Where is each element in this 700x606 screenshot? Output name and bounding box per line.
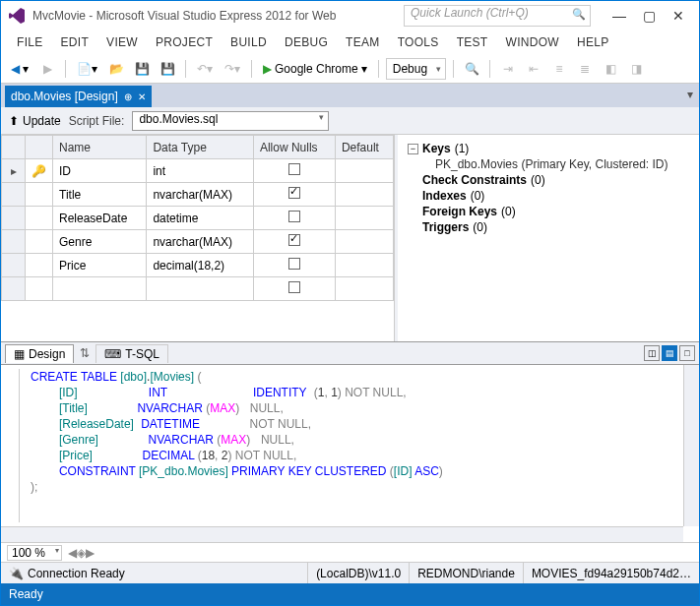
document-tab[interactable]: dbo.Movies [Design] ⊕ ✕ [5,86,152,107]
script-file-combo[interactable]: dbo.Movies.sql [132,111,329,131]
minimize-button[interactable]: — [605,5,634,27]
cell-datatype[interactable]: decimal(18,2) [147,254,253,277]
grid-row[interactable]: Price decimal(18,2) [2,254,394,277]
tab-label: dbo.Movies [Design] [11,90,118,103]
vs-logo-icon [7,6,27,26]
col-allownulls[interactable]: Allow Nulls [253,136,335,159]
menu-edit[interactable]: EDIT [53,33,97,51]
menu-test[interactable]: TEST [449,33,496,51]
connection-icon: 🔌 [9,567,24,580]
pin-icon[interactable]: ⊕ [124,91,132,102]
row-selector-icon[interactable]: ▸ [2,159,26,183]
update-label: Update [23,114,61,128]
issues-nav-icon[interactable]: ◀◈▶ [68,546,95,560]
horizontal-scrollbar[interactable] [1,526,683,542]
fkeys-label: Foreign Keys [422,205,497,218]
grid-row[interactable]: Genre nvarchar(MAX) [2,230,394,254]
cell-name[interactable]: Genre [53,230,147,254]
tool-1-icon[interactable]: ⇥ [497,58,519,80]
grid-row[interactable]: Title nvarchar(MAX) [2,183,394,207]
close-button[interactable]: ✕ [664,5,693,27]
find-button[interactable]: 🔍 [461,58,482,80]
cell-allownulls[interactable] [253,183,335,207]
quick-launch-input[interactable]: Quick Launch (Ctrl+Q) [404,5,591,27]
tab-tsql[interactable]: ⌨T-SQL [95,344,168,363]
menu-tools[interactable]: TOOLS [390,33,447,51]
keys-count: (1) [455,142,470,155]
cell-datatype[interactable]: datetime [147,207,253,230]
cell-default[interactable] [335,183,393,207]
zoom-combo[interactable]: 100 % [7,545,62,561]
connection-bar: 🔌Connection Ready (LocalDB)\v11.0 REDMON… [1,562,699,583]
cell-datatype[interactable]: int [147,159,253,183]
database-name: MOVIES_fd94a29150b74d2… [524,563,699,583]
cell-allownulls[interactable] [253,159,335,183]
menu-help[interactable]: HELP [569,33,617,51]
pk-item[interactable]: PK_dbo.Movies (Primary Key, Clustered: I… [408,156,689,172]
collapse-icon[interactable]: − [408,144,418,154]
tab-design[interactable]: ▦Design [5,344,74,363]
start-debug-button[interactable]: ▶ Google Chrome ▾ [259,58,371,80]
close-tab-icon[interactable]: ✕ [138,91,146,102]
cell-name[interactable]: Title [53,183,147,207]
redo-button[interactable]: ↷▾ [221,58,244,80]
rowheader-col [2,136,26,159]
cell-default[interactable] [335,254,393,277]
menu-team[interactable]: TEAM [338,33,388,51]
col-default[interactable]: Default [335,136,393,159]
menu-file[interactable]: FILE [9,33,51,51]
cell-allownulls[interactable] [253,277,335,301]
cell-allownulls[interactable] [253,207,335,230]
swap-icon[interactable]: ⇅ [76,346,94,360]
menu-window[interactable]: WINDOW [498,33,567,51]
col-name[interactable]: Name [53,136,147,159]
indexes-count: (0) [471,189,485,203]
save-all-button[interactable]: 💾 [157,58,178,80]
indexes-label: Indexes [422,189,467,203]
run-target-label: Google Chrome [275,62,358,76]
cell-name[interactable]: ReleaseDate [53,207,147,230]
new-project-button[interactable]: 📄▾ [73,58,101,80]
keys-panel: − Keys (1) PK_dbo.Movies (Primary Key, C… [395,135,699,341]
save-button[interactable]: 💾 [131,58,153,80]
layout-2-icon[interactable]: ▤ [662,345,677,361]
vertical-scrollbar[interactable] [683,365,699,526]
tool-4-icon[interactable]: ≣ [574,58,596,80]
cell-default[interactable] [335,230,393,254]
menu-project[interactable]: PROJECT [148,33,221,51]
menu-debug[interactable]: DEBUG [277,33,336,51]
menu-view[interactable]: VIEW [98,33,146,51]
sql-editor[interactable]: CREATE TABLE [dbo].[Movies] ( [ID] INT I… [1,365,699,542]
menu-bar: FILE EDIT VIEW PROJECT BUILD DEBUG TEAM … [1,30,699,54]
cell-default[interactable] [335,207,393,230]
grid-row[interactable]: ReleaseDate datetime [2,207,394,230]
tab-overflow-icon[interactable]: ▾ [687,88,693,101]
grid-row-new[interactable] [2,277,394,301]
col-datatype[interactable]: Data Type [147,136,253,159]
layout-1-icon[interactable]: ◫ [644,345,660,361]
tsql-icon: ⌨ [104,347,121,361]
update-button[interactable]: ⬆ Update [9,114,61,128]
tool-2-icon[interactable]: ⇤ [523,58,544,80]
grid-row[interactable]: ▸ 🔑 ID int [2,159,394,183]
cell-name[interactable]: Price [53,254,147,277]
tool-5-icon[interactable]: ◧ [600,58,621,80]
cell-datatype[interactable]: nvarchar(MAX) [147,183,253,207]
tool-3-icon[interactable]: ≡ [548,58,570,80]
nav-forward-button[interactable]: ▶ [36,58,58,80]
maximize-button[interactable]: ▢ [634,5,664,27]
cell-allownulls[interactable] [253,230,335,254]
document-tab-strip: dbo.Movies [Design] ⊕ ✕ ▾ [1,84,699,107]
cell-datatype[interactable]: nvarchar(MAX) [147,230,253,254]
config-combo[interactable]: Debug [386,58,446,80]
undo-button[interactable]: ↶▾ [193,58,217,80]
menu-build[interactable]: BUILD [223,33,275,51]
nav-back-button[interactable]: ◀▾ [7,58,32,80]
cell-default[interactable] [335,159,393,183]
layout-3-icon[interactable]: □ [679,345,695,361]
cell-allownulls[interactable] [253,254,335,277]
tool-6-icon[interactable]: ◨ [625,58,647,80]
cell-name[interactable]: ID [53,159,147,183]
triggers-count: (0) [473,220,487,234]
open-file-button[interactable]: 📂 [105,58,127,80]
